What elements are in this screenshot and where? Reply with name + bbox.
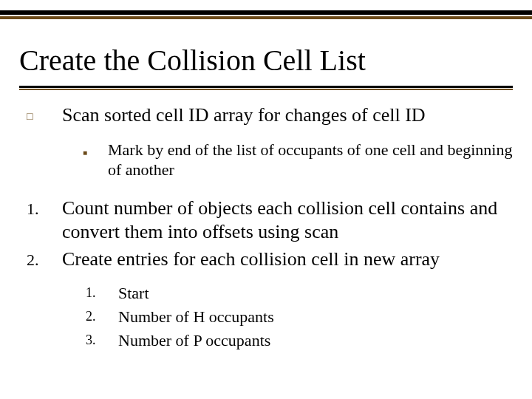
subnumbered-item-1-text: Start xyxy=(118,282,149,305)
bullet-level2-text: Mark by end of the list of occupants of … xyxy=(108,140,513,180)
slide: Create the Collision Cell List □ Scan so… xyxy=(0,0,532,399)
bullet-marker-col: ■ xyxy=(62,140,108,180)
number-marker: 3. xyxy=(86,329,118,349)
bullet-marker-col: □ xyxy=(19,103,62,118)
bullet-level1: □ Scan sorted cell ID array for changes … xyxy=(19,103,513,128)
title-underline-accent xyxy=(19,89,513,90)
bullet-level1-text: Scan sorted cell ID array for changes of… xyxy=(62,103,513,128)
top-bar-black xyxy=(0,10,532,15)
top-bar-accent xyxy=(0,16,532,19)
subnumbered-item-2-text: Number of H occupants xyxy=(118,305,274,329)
numbered-item-1: 1. Count number of objects each collisio… xyxy=(19,197,513,245)
subnumbered-list: 1. Start 2. Number of H occupants 3. Num… xyxy=(86,282,513,352)
title-underline-black xyxy=(19,86,513,88)
filled-square-icon: ■ xyxy=(83,149,87,157)
subnumbered-item-3-text: Number of P occupants xyxy=(118,329,270,352)
numbered-item-2: 2. Create entries for each collision cel… xyxy=(19,248,513,272)
number-marker: 1. xyxy=(86,282,118,302)
slide-title: Create the Collision Cell List xyxy=(19,44,366,77)
hollow-square-icon: □ xyxy=(27,111,33,122)
slide-body: □ Scan sorted cell ID array for changes … xyxy=(19,103,513,352)
subnumbered-item-3: 3. Number of P occupants xyxy=(86,329,513,352)
subnumbered-item-1: 1. Start xyxy=(86,282,513,305)
number-marker: 2. xyxy=(86,305,118,326)
number-marker: 2. xyxy=(19,248,62,270)
subnumbered-item-2: 2. Number of H occupants xyxy=(86,305,513,329)
bullet-level2: ■ Mark by end of the list of occupants o… xyxy=(62,140,513,180)
number-marker: 1. xyxy=(19,197,62,219)
numbered-item-1-text: Count number of objects each collision c… xyxy=(62,197,513,245)
numbered-item-2-text: Create entries for each collision cell i… xyxy=(62,248,513,272)
